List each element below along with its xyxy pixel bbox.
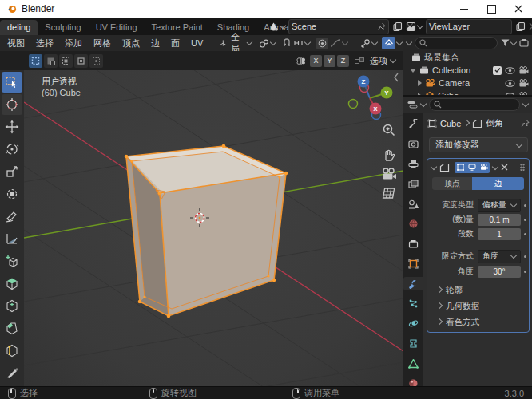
- section-shading[interactable]: 着色方式: [437, 317, 479, 328]
- breadcrumb-object[interactable]: Cube: [440, 119, 461, 128]
- pin-icon[interactable]: [377, 22, 386, 31]
- tool-rotate[interactable]: [2, 139, 22, 160]
- menu-face[interactable]: 面: [165, 38, 185, 49]
- snap-symmetry-icon[interactable]: [354, 56, 365, 66]
- breadcrumb-modifier[interactable]: 倒角: [486, 117, 518, 129]
- angle-field[interactable]: 30°: [478, 266, 521, 278]
- filter-dropdown[interactable]: [501, 39, 516, 47]
- display-editmode-toggle[interactable]: [455, 162, 466, 173]
- mirror-y-button[interactable]: Y: [324, 55, 335, 67]
- outliner-row-camera[interactable]: Camera: [403, 77, 532, 89]
- new-collection-button[interactable]: [519, 38, 529, 48]
- menu-vertex[interactable]: 顶点: [117, 38, 145, 49]
- tool-add-cube[interactable]: [2, 251, 22, 271]
- render-visibility-icon[interactable]: [518, 66, 529, 74]
- show-gizmo-dropdown[interactable]: [360, 38, 377, 49]
- tool-scale[interactable]: [2, 161, 22, 182]
- modifier-extras-chevron-icon[interactable]: [492, 163, 498, 169]
- eye-icon[interactable]: [505, 67, 515, 74]
- tab-material[interactable]: [403, 377, 423, 386]
- perspective-toggle-icon[interactable]: [382, 187, 396, 200]
- animate-dot-icon[interactable]: [524, 219, 526, 221]
- viewport-3d[interactable]: 用户透视 (60) Cube Z Y X: [24, 70, 403, 386]
- workspace-tab-sculpting[interactable]: Sculpting: [38, 20, 88, 35]
- tool-select-box[interactable]: [2, 72, 22, 93]
- menu-view[interactable]: 视图: [2, 38, 30, 49]
- pin-icon[interactable]: [521, 119, 530, 128]
- outliner-row-scene-collection[interactable]: 场景集合: [403, 51, 532, 64]
- menu-select[interactable]: 选择: [30, 38, 59, 49]
- tab-object[interactable]: [403, 257, 423, 271]
- tab-render[interactable]: [403, 137, 423, 151]
- snapping-toggle[interactable]: [282, 38, 310, 48]
- select-mode-island-button[interactable]: [74, 54, 88, 68]
- menu-add[interactable]: 添加: [59, 38, 88, 49]
- panel-expand-chevron-icon[interactable]: [431, 163, 437, 169]
- menu-mesh[interactable]: 网格: [88, 38, 117, 49]
- viewlayer-name-field[interactable]: ViewLayer: [426, 19, 512, 34]
- tab-view-layer[interactable]: [403, 177, 423, 191]
- eye-icon[interactable]: [505, 80, 515, 87]
- drag-handle-icon[interactable]: [520, 164, 525, 172]
- viewlayer-browse-button[interactable]: [406, 22, 423, 32]
- segments-field[interactable]: 1: [478, 228, 521, 240]
- tab-tool[interactable]: [403, 117, 423, 131]
- width-type-dropdown[interactable]: 偏移量: [478, 199, 521, 212]
- tab-scene[interactable]: [403, 197, 423, 211]
- camera-view-icon[interactable]: [381, 168, 397, 180]
- animate-dot-icon[interactable]: [524, 204, 526, 207]
- navigation-gizmo[interactable]: Z Y X: [346, 73, 397, 124]
- tab-world[interactable]: [403, 217, 423, 231]
- tab-output[interactable]: [403, 157, 423, 171]
- add-modifier-button[interactable]: 添加修改器: [429, 137, 528, 152]
- editor-type-chevron-icon[interactable]: [420, 101, 427, 107]
- collapse-triangle-icon[interactable]: [410, 69, 416, 73]
- affect-edges-tab[interactable]: 边: [472, 177, 524, 190]
- mirror-z-button[interactable]: Z: [337, 55, 349, 67]
- overlays-toggle[interactable]: [382, 37, 402, 49]
- workspace-tab-texture-paint[interactable]: Texture Paint: [145, 20, 210, 35]
- menu-uv[interactable]: UV: [185, 38, 208, 48]
- tab-particles[interactable]: [403, 297, 423, 310]
- mirror-x-button[interactable]: X: [310, 55, 322, 67]
- tool-extrude-region[interactable]: [2, 273, 22, 294]
- animate-dot-icon[interactable]: [524, 271, 526, 273]
- outliner-search-input[interactable]: [415, 37, 498, 49]
- limit-method-dropdown[interactable]: 角度: [478, 250, 521, 263]
- tool-knife[interactable]: [2, 362, 22, 383]
- scene-browse-button[interactable]: [268, 22, 285, 32]
- select-mode-extra-button[interactable]: [89, 54, 103, 68]
- tool-bevel[interactable]: [2, 318, 22, 338]
- affect-vertices-tab[interactable]: 顶点: [432, 177, 472, 190]
- tab-physics[interactable]: [403, 317, 423, 330]
- tab-object-data[interactable]: [403, 357, 423, 370]
- section-geometry[interactable]: 几何数据: [437, 301, 479, 312]
- animate-dot-icon[interactable]: [524, 255, 526, 258]
- properties-search-input[interactable]: [429, 98, 520, 111]
- tool-inset-faces[interactable]: [2, 295, 22, 316]
- menu-edge[interactable]: 边: [145, 38, 165, 49]
- tab-collection-properties[interactable]: [403, 237, 423, 251]
- outliner-row-collection[interactable]: Collection: [403, 64, 532, 77]
- options-dropdown[interactable]: 选项: [370, 55, 395, 67]
- select-mode-vertex-button[interactable]: [29, 54, 42, 68]
- proportional-editing-toggle[interactable]: [316, 38, 347, 49]
- expand-triangle-icon[interactable]: [418, 80, 422, 86]
- select-mode-edge-button[interactable]: [44, 54, 58, 68]
- animate-dot-icon[interactable]: [524, 233, 526, 235]
- maximize-button[interactable]: [478, 0, 505, 18]
- pivot-point-dropdown[interactable]: [259, 38, 276, 49]
- outliner-row-cube[interactable]: Cube: [403, 89, 532, 95]
- pan-view-icon[interactable]: [382, 148, 396, 163]
- tool-transform[interactable]: [2, 184, 22, 204]
- display-realtime-toggle[interactable]: [466, 162, 478, 173]
- scene-new-button[interactable]: [392, 22, 403, 32]
- checkbox-icon[interactable]: [493, 66, 502, 75]
- tool-measure[interactable]: [2, 228, 22, 249]
- section-profile[interactable]: 轮廓: [437, 285, 463, 296]
- tool-annotate[interactable]: [2, 206, 22, 227]
- select-mode-face-button[interactable]: [59, 54, 73, 68]
- workspace-tab-modeling[interactable]: deling: [0, 20, 38, 35]
- tool-cursor[interactable]: [2, 94, 22, 115]
- tool-move[interactable]: [2, 117, 22, 137]
